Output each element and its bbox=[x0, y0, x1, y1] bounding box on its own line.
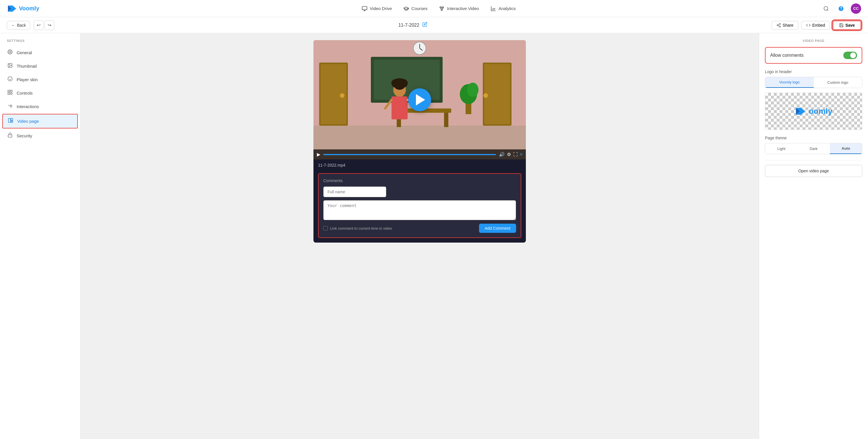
help-button[interactable] bbox=[836, 3, 846, 14]
settings-icon[interactable]: ⚙ bbox=[507, 152, 511, 157]
skin-icon bbox=[7, 76, 13, 83]
nav-links: Video Drive Courses Interactive Video An… bbox=[57, 6, 821, 11]
toggle-knob bbox=[850, 53, 856, 58]
help-icon bbox=[838, 6, 844, 11]
svg-point-9 bbox=[824, 6, 828, 10]
nav-video-drive[interactable]: Video Drive bbox=[362, 6, 392, 11]
allow-comments-label: Allow comments bbox=[770, 53, 803, 58]
theme-dark-option[interactable]: Dark bbox=[797, 143, 830, 154]
link-comment-label[interactable]: Link comment to current time in video bbox=[323, 226, 392, 231]
redo-icon: ↪ bbox=[48, 22, 51, 28]
nav-interactive-video[interactable]: Interactive Video bbox=[439, 6, 479, 11]
svg-point-12 bbox=[777, 25, 778, 26]
nav-analytics[interactable]: Analytics bbox=[491, 6, 516, 11]
logo-preview: oomly bbox=[765, 93, 862, 130]
undo-redo-group: ↩ ↪ bbox=[34, 20, 54, 30]
theme-selector: Light Dark Auto bbox=[765, 143, 862, 154]
security-icon bbox=[7, 132, 13, 139]
undo-button[interactable]: ↩ bbox=[34, 20, 43, 30]
svg-point-18 bbox=[9, 64, 9, 65]
voomly-text-preview: oomly bbox=[809, 107, 832, 116]
svg-point-25 bbox=[11, 93, 12, 95]
allow-comments-toggle[interactable] bbox=[843, 52, 857, 59]
custom-logo-option[interactable]: Custom logo bbox=[814, 77, 862, 88]
sidebar-item-general[interactable]: General bbox=[0, 46, 80, 59]
control-icons: 🔊 ⚙ ⛶ V bbox=[499, 152, 522, 157]
svg-point-3 bbox=[440, 7, 441, 8]
pencil-icon bbox=[422, 22, 427, 27]
interactions-icon bbox=[7, 103, 13, 110]
sidebar-item-player-skin[interactable]: Player skin bbox=[0, 73, 80, 86]
svg-rect-26 bbox=[11, 105, 12, 107]
toolbar-title-area: 11-7-2022 bbox=[58, 22, 768, 28]
sidebar-item-security[interactable]: Security bbox=[0, 129, 80, 142]
svg-line-8 bbox=[442, 8, 443, 9]
analytics-icon bbox=[491, 6, 496, 11]
volume-icon[interactable]: 🔊 bbox=[499, 152, 505, 157]
play-overlay bbox=[313, 40, 526, 160]
comment-name-input[interactable] bbox=[323, 187, 386, 197]
redo-button[interactable]: ↪ bbox=[44, 20, 54, 30]
logo[interactable]: Voomly bbox=[7, 3, 39, 14]
svg-point-16 bbox=[9, 51, 11, 53]
play-button[interactable] bbox=[408, 88, 431, 111]
toolbar: ← Back ↩ ↪ 11-7-2022 Share Embed Save bbox=[0, 17, 868, 33]
controls-icon bbox=[7, 90, 13, 96]
svg-rect-24 bbox=[8, 93, 10, 95]
sidebar-section-label: SETTINGS bbox=[0, 39, 80, 46]
link-comment-checkbox[interactable] bbox=[323, 226, 328, 231]
gear-icon bbox=[7, 49, 13, 56]
play-pause-button[interactable]: ▶ bbox=[317, 152, 320, 157]
settings-sidebar: SETTINGS General Thumbnail Player skin C… bbox=[0, 33, 81, 439]
page-theme-label: Page theme bbox=[765, 136, 862, 140]
save-button[interactable]: Save bbox=[833, 21, 861, 30]
save-icon bbox=[839, 23, 844, 28]
svg-rect-22 bbox=[8, 90, 10, 92]
undo-icon: ↩ bbox=[37, 22, 40, 28]
logo-header-label: Logo in header bbox=[765, 69, 862, 74]
svg-line-14 bbox=[778, 26, 779, 26]
svg-point-19 bbox=[8, 77, 12, 81]
add-comment-button[interactable]: Add Comment bbox=[479, 224, 516, 233]
courses-icon bbox=[403, 6, 409, 11]
top-navigation: Voomly Video Drive Courses Interactive V… bbox=[0, 0, 868, 17]
theme-auto-option[interactable]: Auto bbox=[830, 143, 862, 154]
svg-point-11 bbox=[779, 23, 780, 24]
right-panel-label: VIDEO PAGE bbox=[765, 39, 862, 42]
main-content: SETTINGS General Thumbnail Player skin C… bbox=[0, 33, 868, 439]
toggle-slider bbox=[843, 52, 857, 59]
sidebar-item-controls[interactable]: Controls bbox=[0, 86, 80, 100]
back-button[interactable]: ← Back bbox=[7, 21, 30, 30]
svg-line-7 bbox=[441, 8, 441, 9]
svg-rect-2 bbox=[362, 6, 367, 10]
allow-comments-row: Allow comments bbox=[765, 47, 862, 64]
svg-rect-30 bbox=[8, 135, 12, 137]
svg-rect-27 bbox=[9, 119, 11, 123]
share-icon bbox=[776, 23, 781, 28]
sidebar-item-interactions[interactable]: Interactions bbox=[0, 100, 80, 113]
sidebar-item-thumbnail[interactable]: Thumbnail bbox=[0, 59, 80, 73]
comment-footer: Link comment to current time in video Ad… bbox=[323, 224, 516, 233]
svg-rect-29 bbox=[11, 121, 13, 123]
svg-point-5 bbox=[441, 9, 443, 10]
toolbar-right: Share Embed Save bbox=[772, 21, 861, 30]
video-page-icon bbox=[7, 118, 14, 125]
voomly-logo-option[interactable]: Voomly logo bbox=[765, 77, 814, 88]
logo-text: Voomly bbox=[19, 5, 39, 12]
play-triangle-icon bbox=[416, 94, 425, 105]
embed-button[interactable]: Embed bbox=[801, 21, 830, 30]
sidebar-item-video-page[interactable]: Video page bbox=[2, 114, 78, 129]
video-drive-icon bbox=[362, 6, 367, 11]
voomly-logo-icon bbox=[7, 3, 17, 14]
share-button[interactable]: Share bbox=[772, 21, 798, 30]
theme-light-option[interactable]: Light bbox=[765, 143, 797, 154]
fullscreen-icon[interactable]: ⛶ bbox=[513, 152, 518, 157]
progress-bar[interactable] bbox=[323, 154, 496, 155]
search-button[interactable] bbox=[821, 3, 831, 14]
edit-title-button[interactable] bbox=[422, 22, 427, 28]
user-avatar[interactable]: CC bbox=[851, 3, 861, 14]
open-video-page-button[interactable]: Open video page bbox=[765, 165, 862, 177]
nav-courses[interactable]: Courses bbox=[403, 6, 427, 11]
comment-text-input[interactable] bbox=[323, 200, 516, 220]
video-container: ▶ 🔊 ⚙ ⛶ V 11-7-2022.mp4 Comments bbox=[313, 40, 526, 243]
